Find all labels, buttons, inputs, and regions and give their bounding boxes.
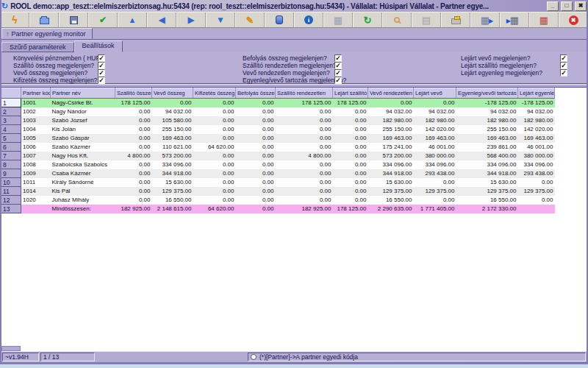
cell[interactable]: Kis Pál xyxy=(51,187,115,196)
cell[interactable]: Szabó Kázmér xyxy=(51,143,115,152)
cell[interactable]: 94 032.00 xyxy=(368,107,414,116)
cell[interactable] xyxy=(21,205,51,213)
close-button[interactable]: ✖ xyxy=(575,1,587,11)
cell[interactable]: 0.00 xyxy=(518,178,555,187)
cell[interactable]: 0.00 xyxy=(414,196,456,205)
cell[interactable]: 0.00 xyxy=(333,116,368,125)
cell[interactable]: 0.00 xyxy=(276,160,333,169)
printer-button[interactable] xyxy=(441,13,470,27)
previous-button[interactable] xyxy=(147,13,176,27)
cell[interactable]: 0.00 xyxy=(276,178,333,187)
cell[interactable]: Nagy Hús Kft. xyxy=(51,152,115,160)
cell[interactable]: Szabó Gáspár xyxy=(51,134,115,143)
table-export-button[interactable] xyxy=(470,13,500,27)
checkbox-befolyas-osszeg[interactable] xyxy=(334,54,342,62)
cell[interactable]: 178 125.00 xyxy=(333,205,368,213)
cell[interactable]: 178 125.00 xyxy=(115,99,152,107)
cell[interactable]: 169 463.00 xyxy=(152,134,193,143)
cell[interactable]: 334 096.00 xyxy=(456,160,518,169)
cell[interactable]: 0.00 xyxy=(236,169,276,178)
cell[interactable]: 0.00 xyxy=(193,107,236,116)
refresh-button[interactable] xyxy=(353,13,382,27)
row-number[interactable]: 13 xyxy=(1,205,21,213)
checkbox-lejart-szallito[interactable] xyxy=(560,62,567,69)
cell[interactable]: Juhász Mihály xyxy=(51,196,115,205)
first-button[interactable] xyxy=(118,13,147,27)
cell[interactable]: 16 550.00 xyxy=(152,196,193,205)
cell[interactable]: 0.00 xyxy=(518,196,555,205)
cell[interactable]: 1002 xyxy=(21,107,51,116)
cell[interactable]: 0.00 xyxy=(276,116,333,125)
cell[interactable]: 344 918.00 xyxy=(368,169,414,178)
cell[interactable]: 2 148 615.00 xyxy=(152,205,193,213)
cell[interactable]: 182 980.00 xyxy=(456,116,518,125)
cell[interactable]: 1011 xyxy=(21,178,51,187)
column-header[interactable]: Lejárt vevő xyxy=(414,88,456,99)
cell[interactable]: 293 438.00 xyxy=(414,169,456,178)
cell[interactable]: 0.00 xyxy=(236,196,276,205)
cell[interactable]: 334 096.00 xyxy=(368,160,414,169)
column-header[interactable]: Befolyás összeg xyxy=(236,88,276,99)
cell[interactable]: 293 438.00 xyxy=(518,169,555,178)
tab-beallitasok[interactable]: Beállítások xyxy=(74,40,123,52)
cell[interactable]: 0.00 xyxy=(414,178,456,187)
cell[interactable]: Kis Jolán xyxy=(51,125,115,134)
search-button[interactable] xyxy=(382,13,412,27)
cell[interactable]: Szabó József xyxy=(51,116,115,125)
cell[interactable]: 0.00 xyxy=(333,160,368,169)
column-header[interactable]: Egyenleg/vevői tartozás xyxy=(456,88,518,99)
cell[interactable]: 64 620.00 xyxy=(193,143,236,152)
column-header[interactable]: Lejárt egyenleg xyxy=(518,88,555,99)
cell[interactable]: 1008 xyxy=(21,160,51,169)
cell[interactable]: 16 550.00 xyxy=(368,196,414,205)
cell[interactable]: 568 400.00 xyxy=(456,152,518,160)
row-number[interactable]: 6 xyxy=(1,143,21,152)
cell[interactable]: 0.00 xyxy=(193,160,236,169)
cell[interactable]: 15 630.00 xyxy=(152,178,193,187)
cell[interactable] xyxy=(518,205,555,213)
cell[interactable]: 0.00 xyxy=(115,143,152,152)
cell[interactable]: Nagy-Csirke Bt. xyxy=(51,99,115,107)
row-number[interactable]: 2 xyxy=(1,107,21,116)
cell[interactable]: 1004 xyxy=(21,125,51,134)
column-header[interactable]: Partner kód xyxy=(21,88,51,99)
cell[interactable]: 344 918.00 xyxy=(456,169,518,178)
partner-code-radio[interactable] xyxy=(251,354,257,360)
checkbox-szallito-rendezetlen[interactable] xyxy=(334,62,342,69)
cell[interactable]: 182 925.00 xyxy=(276,205,333,213)
execute-button[interactable] xyxy=(0,13,29,27)
save-button[interactable] xyxy=(59,13,88,27)
cell[interactable]: 1007 xyxy=(21,152,51,160)
cell[interactable]: 0.00 xyxy=(333,125,368,134)
cell[interactable]: 0.00 xyxy=(236,143,276,152)
cell[interactable]: 129 375.00 xyxy=(368,187,414,196)
cell[interactable]: 0.00 xyxy=(115,196,152,205)
cell[interactable]: 573 200.00 xyxy=(368,152,414,160)
cell[interactable]: 0.00 xyxy=(276,196,333,205)
cell[interactable]: 573 200.00 xyxy=(152,152,193,160)
cell[interactable]: 0.00 xyxy=(236,205,276,213)
row-number[interactable]: 3 xyxy=(1,116,21,125)
cell[interactable]: 1001 xyxy=(21,99,51,107)
row-number[interactable]: 7 xyxy=(1,152,21,160)
cell[interactable]: 129 375.00 xyxy=(456,187,518,196)
cell[interactable]: 0.00 xyxy=(276,143,333,152)
cell[interactable]: 182 980.00 xyxy=(414,116,456,125)
cell[interactable]: 0.00 xyxy=(333,152,368,160)
cell[interactable]: 0.00 xyxy=(193,196,236,205)
cell[interactable]: 110 621.00 xyxy=(152,143,193,152)
cell[interactable]: 334 096.00 xyxy=(518,160,555,169)
cell[interactable]: 0.00 xyxy=(276,125,333,134)
column-header[interactable]: Vevő rendezetlen xyxy=(368,88,414,99)
cell[interactable]: 2 172 330.00 xyxy=(456,205,518,213)
cell[interactable]: Csaba Kázmér xyxy=(51,169,115,178)
cell[interactable]: 0.00 xyxy=(115,134,152,143)
checkbox-lejart-vevo[interactable] xyxy=(560,54,567,62)
cell[interactable]: 334 096.00 xyxy=(152,160,193,169)
cell[interactable]: 4 800.00 xyxy=(115,152,152,160)
cell[interactable]: 1005 xyxy=(21,134,51,143)
cell[interactable]: 178 125.00 xyxy=(276,99,333,107)
cell[interactable]: 0.00 xyxy=(236,178,276,187)
column-header[interactable]: Kifizetés összeg xyxy=(193,88,236,99)
row-number[interactable]: 12 xyxy=(1,196,21,205)
